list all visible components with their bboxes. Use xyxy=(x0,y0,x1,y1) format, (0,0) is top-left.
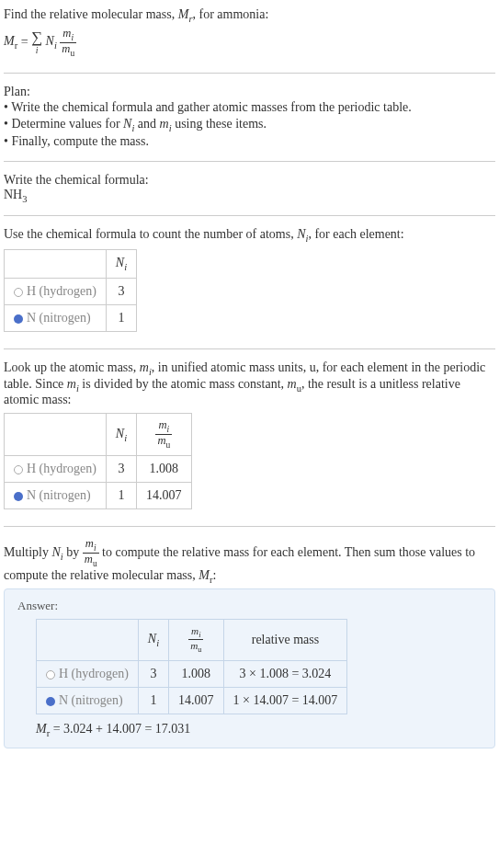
n-cell: 1 xyxy=(138,687,168,714)
count-table: Ni H (hydrogen) 3 N (nitrogen) 1 xyxy=(4,249,137,332)
plan-item: Write the chemical formula and gather at… xyxy=(4,99,495,116)
plan-item: Determine values for Ni and mi using the… xyxy=(4,116,495,134)
answer-table: Ni mi mu relative mass H (hydrogen) 3 1.… xyxy=(36,619,347,714)
divider xyxy=(4,215,495,216)
empty-header xyxy=(5,414,107,456)
divider xyxy=(4,161,495,162)
table-row: H (hydrogen) 3 1.008 3 × 1.008 = 3.024 xyxy=(37,660,347,687)
mass-cell: 14.007 xyxy=(137,483,192,509)
element-swatch-icon xyxy=(46,697,55,706)
chem-formula-heading: Write the chemical formula: xyxy=(4,173,495,188)
table-row: H (hydrogen) 3 1.008 xyxy=(5,456,192,483)
mr-symbol: Mr xyxy=(178,7,193,21)
intro-section: Find the relative molecular mass, Mr, fo… xyxy=(4,4,495,65)
element-cell: H (hydrogen) xyxy=(5,278,107,304)
element-swatch-icon xyxy=(14,314,23,324)
element-cell: N (nitrogen) xyxy=(5,483,107,509)
col-mass-header: mi mu xyxy=(169,619,224,660)
multiply-section: Multiply Ni by mi mu to compute the rela… xyxy=(4,534,495,751)
divider xyxy=(4,73,495,74)
table-row: N (nitrogen) 1 14.007 1 × 14.007 = 14.00… xyxy=(37,687,347,714)
col-n-header: Ni xyxy=(106,250,136,279)
plan-item: Finally, compute the mass. xyxy=(4,133,495,150)
final-result: Mr = 3.024 + 14.007 = 17.031 xyxy=(36,722,482,738)
element-cell: N (nitrogen) xyxy=(37,687,139,714)
divider xyxy=(4,348,495,349)
chem-formula-section: Write the chemical formula: NH3 xyxy=(4,169,495,208)
plan-list: Write the chemical formula and gather at… xyxy=(4,99,495,151)
plan-heading: Plan: xyxy=(4,85,495,99)
mass-fraction: mi mu xyxy=(83,538,99,568)
n-cell: 3 xyxy=(138,660,168,687)
col-mass-header: mi mu xyxy=(137,414,192,456)
mass-cell: 14.007 xyxy=(169,687,224,714)
element-cell: N (nitrogen) xyxy=(5,304,107,331)
mass-cell: 1.008 xyxy=(137,456,192,483)
element-swatch-icon xyxy=(14,288,23,297)
chem-formula: NH3 xyxy=(4,188,495,204)
table-header-row: Ni xyxy=(5,250,137,279)
lookup-table: Ni mi mu H (hydrogen) 3 1.008 N (nitroge… xyxy=(4,413,192,509)
n-cell: 3 xyxy=(106,278,136,304)
count-section: Use the chemical formula to count the nu… xyxy=(4,223,495,341)
summation: ∑ i xyxy=(31,30,42,55)
element-swatch-icon xyxy=(46,670,55,680)
plan-section: Plan: Write the chemical formula and gat… xyxy=(4,81,495,154)
n-cell: 1 xyxy=(106,304,136,331)
table-row: N (nitrogen) 1 14.007 xyxy=(5,483,192,509)
mass-fraction: mi mu xyxy=(60,28,76,58)
col-n-header: Ni xyxy=(106,414,136,456)
mass-cell: 1.008 xyxy=(169,660,224,687)
calc-cell: 3 × 1.008 = 3.024 xyxy=(223,660,347,687)
n-cell: 3 xyxy=(106,456,136,483)
element-swatch-icon xyxy=(14,492,23,501)
table-row: H (hydrogen) 3 xyxy=(5,278,137,304)
intro-line1: Find the relative molecular mass, xyxy=(4,7,178,21)
intro-text: Find the relative molecular mass, Mr, fo… xyxy=(4,7,495,24)
multiply-text: Multiply Ni by mi mu to compute the rela… xyxy=(4,538,495,585)
table-header-row: Ni mi mu xyxy=(5,414,192,456)
table-row: N (nitrogen) 1 xyxy=(5,304,137,331)
answer-box: Answer: Ni mi mu relative mass H (hydrog… xyxy=(4,588,495,748)
empty-header xyxy=(5,250,107,279)
divider xyxy=(4,526,495,527)
answer-label: Answer: xyxy=(17,599,482,613)
calc-cell: 1 × 14.007 = 14.007 xyxy=(223,687,347,714)
eq-left: Mr xyxy=(4,34,17,48)
col-relmass-header: relative mass xyxy=(223,619,347,660)
count-heading: Use the chemical formula to count the nu… xyxy=(4,227,495,244)
empty-header xyxy=(37,619,139,660)
lookup-heading: Look up the atomic mass, mi, in unified … xyxy=(4,360,495,408)
N-i: Ni xyxy=(46,34,57,48)
n-cell: 1 xyxy=(106,483,136,509)
element-cell: H (hydrogen) xyxy=(5,456,107,483)
element-cell: H (hydrogen) xyxy=(37,660,139,687)
intro-line1-end: , for ammonia: xyxy=(193,7,269,21)
table-header-row: Ni mi mu relative mass xyxy=(37,619,347,660)
main-formula: Mr = ∑ i Ni mi mu xyxy=(4,28,495,58)
col-n-header: Ni xyxy=(138,619,168,660)
element-swatch-icon xyxy=(14,465,23,474)
lookup-section: Look up the atomic mass, mi, in unified … xyxy=(4,357,495,519)
